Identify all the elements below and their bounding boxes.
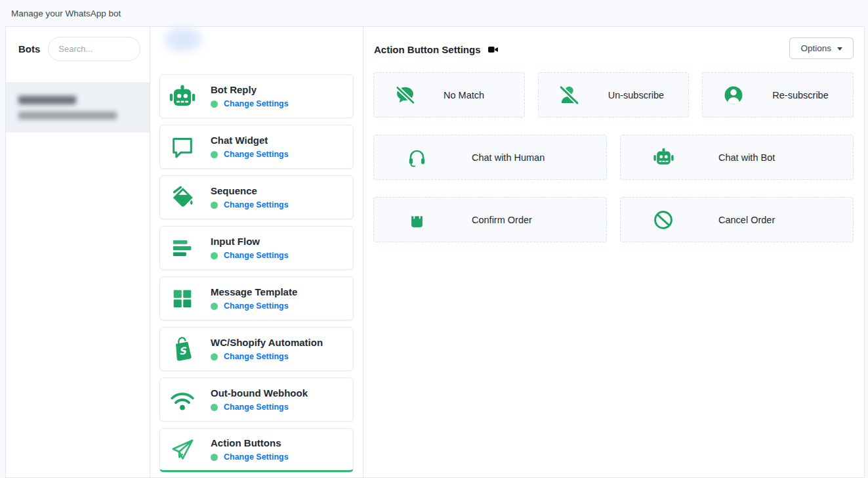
change-settings-link[interactable]: Change Settings	[224, 452, 289, 462]
feature-card-shopify-automation[interactable]: S WC/Shopify Automation Change Settings	[159, 327, 354, 371]
change-settings-link[interactable]: Change Settings	[224, 150, 289, 159]
wifi-icon	[169, 386, 196, 414]
chat-bubble-icon	[169, 133, 196, 161]
main-panel: Bots	[5, 26, 865, 478]
user-circle-icon	[722, 84, 745, 106]
sidebar-header: Bots	[6, 27, 150, 73]
change-settings-link[interactable]: Change Settings	[224, 402, 289, 412]
status-dot	[211, 404, 218, 411]
blurred-avatar-blob	[165, 28, 202, 51]
action-card-resubscribe[interactable]: Re-subscribe	[702, 72, 854, 118]
feature-card-input-flow[interactable]: Input Flow Change Settings	[159, 226, 354, 270]
feature-card-outbound-webhook[interactable]: Out-bound Webhook Change Settings	[159, 378, 354, 422]
bot-list-item-selected[interactable]	[6, 82, 150, 133]
action-label: Chat with Bot	[718, 152, 775, 163]
top-bar: Manage your WhatsApp bot	[0, 0, 868, 26]
comment-slash-icon	[393, 83, 417, 106]
page-title: Manage your WhatsApp bot	[11, 9, 121, 18]
status-dot	[211, 202, 218, 209]
action-card-chat-with-bot[interactable]: Chat with Bot	[620, 135, 854, 180]
paint-bucket-icon	[169, 184, 196, 211]
chevron-down-icon	[837, 47, 842, 51]
feature-title: Message Template	[211, 286, 297, 297]
status-dot	[211, 100, 218, 108]
status-dot	[211, 303, 218, 310]
feature-title: Input Flow	[211, 236, 289, 247]
action-label: Confirm Order	[472, 215, 532, 225]
video-camera-icon[interactable]	[487, 44, 499, 55]
status-dot	[211, 454, 218, 461]
redacted-bot-name	[18, 96, 76, 104]
action-label: No Match	[444, 90, 484, 100]
action-label: Re-subscribe	[772, 90, 828, 100]
action-card-confirm-order[interactable]: Confirm Order	[373, 197, 607, 242]
bots-sidebar: Bots	[6, 27, 150, 477]
feature-card-bot-reply[interactable]: Bot Reply Change Settings	[159, 74, 354, 118]
search-input[interactable]	[48, 37, 140, 61]
feature-column: Bot Reply Change Settings Chat Widget	[150, 27, 363, 477]
feature-title: Out-bound Webhook	[211, 387, 308, 399]
paper-plane-icon	[169, 436, 196, 464]
action-card-chat-with-human[interactable]: Chat with Human	[373, 135, 607, 180]
shopify-bag-icon: S	[169, 336, 196, 363]
action-row-3: Confirm Order Cancel Order	[373, 197, 854, 242]
action-label: Chat with Human	[472, 152, 545, 163]
change-settings-link[interactable]: Change Settings	[224, 99, 289, 108]
sidebar-title: Bots	[18, 43, 40, 54]
feature-card-message-template[interactable]: Message Template Change Settings	[159, 276, 354, 320]
feature-card-action-buttons[interactable]: Action Buttons Change Settings	[159, 428, 354, 472]
shopping-bag-icon	[405, 209, 428, 230]
status-dot	[211, 252, 218, 259]
feature-card-sequence[interactable]: Sequence Change Settings	[159, 175, 354, 219]
change-settings-link[interactable]: Change Settings	[224, 301, 289, 311]
section-title: Action Button Settings	[374, 44, 480, 55]
feature-card-list: Bot Reply Change Settings Chat Widget	[150, 27, 363, 472]
change-settings-link[interactable]: Change Settings	[224, 352, 289, 361]
ban-icon	[651, 209, 675, 231]
action-row-1: No Match Un-subscribe	[373, 72, 854, 118]
status-dot	[211, 353, 218, 360]
feature-title: Action Buttons	[211, 437, 289, 448]
action-button-settings-panel: Action Button Settings Options	[363, 27, 864, 477]
action-label: Cancel Order	[718, 215, 775, 225]
user-slash-icon	[558, 83, 581, 106]
headset-icon	[405, 146, 428, 168]
robot-icon	[169, 83, 196, 110]
options-button[interactable]: Options	[789, 37, 854, 59]
feature-title: Bot Reply	[211, 84, 289, 95]
redacted-bot-phone	[18, 112, 117, 120]
feature-card-chat-widget[interactable]: Chat Widget Change Settings	[159, 125, 354, 169]
status-dot	[211, 151, 218, 158]
action-row-2: Chat with Human Chat	[373, 135, 854, 180]
action-card-unsubscribe[interactable]: Un-subscribe	[538, 72, 690, 118]
change-settings-link[interactable]: Change Settings	[224, 200, 289, 209]
options-button-label: Options	[800, 43, 831, 53]
feature-title: Chat Widget	[211, 135, 289, 146]
grid-icon	[169, 285, 196, 313]
lines-icon	[169, 234, 196, 262]
robot-icon	[651, 146, 675, 168]
feature-title: Sequence	[211, 185, 289, 196]
action-label: Un-subscribe	[608, 90, 664, 100]
feature-title: WC/Shopify Automation	[211, 337, 323, 348]
action-card-no-match[interactable]: No Match	[373, 72, 525, 118]
change-settings-link[interactable]: Change Settings	[224, 251, 289, 260]
action-card-cancel-order[interactable]: Cancel Order	[620, 197, 854, 242]
